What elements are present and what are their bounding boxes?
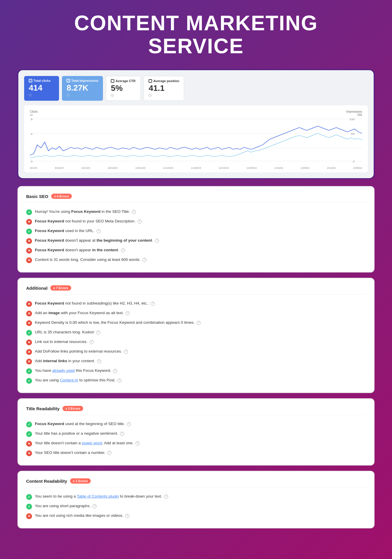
title-readability-header: Title Readability x 2 Errors bbox=[26, 406, 366, 415]
error-icon: ✕ bbox=[26, 359, 32, 365]
additional-item-4: ✓ URL is 35 characters long. Kudos! ? bbox=[26, 328, 366, 337]
additional-item-6: ✕ Add DoFollow links pointing to externa… bbox=[26, 347, 366, 357]
content-readability-item-3: ✕ You are not using rich media like imag… bbox=[26, 511, 366, 521]
basic-seo-title: Basic SEO bbox=[26, 194, 48, 199]
success-icon: ✓ bbox=[26, 422, 32, 427]
basic-seo-item-5: ✕ Focus Keyword doesn't appear in the co… bbox=[26, 246, 366, 255]
error-icon: ✕ bbox=[26, 450, 32, 456]
help-icon[interactable]: ? bbox=[151, 302, 155, 306]
error-icon: ✕ bbox=[26, 248, 32, 254]
help-icon[interactable]: ? bbox=[155, 239, 159, 243]
metric-value-clicks: 414 bbox=[29, 84, 54, 93]
content-ai-link[interactable]: Content AI bbox=[60, 378, 78, 382]
error-icon: ✕ bbox=[26, 257, 32, 263]
success-icon: ✓ bbox=[26, 431, 32, 437]
basic-seo-item-4: ✕ Focus Keyword doesn't appear at the be… bbox=[26, 236, 366, 246]
metric-total-impressions[interactable]: ✓ Total Impressions 8.27K ⓘ bbox=[62, 76, 103, 101]
additional-seo-card: Additional x 7 Errors ✕ Focus Keyword no… bbox=[17, 278, 375, 393]
additional-item-8: ✓ You have already used this Focus Keywo… bbox=[26, 366, 366, 376]
basic-seo-error-badge: x 4 Errors bbox=[51, 194, 72, 199]
additional-item-7: ✕ Add internal links in your content. ? bbox=[26, 357, 366, 366]
additional-item-9: ✓ You are using Content AI to optimise t… bbox=[26, 376, 366, 385]
help-icon[interactable]: ? bbox=[121, 248, 125, 252]
title-readability-item-3: ✕ Your title doesn't contain a power wor… bbox=[26, 439, 366, 448]
toc-plugin-link[interactable]: Table of Contents plugin bbox=[77, 494, 119, 498]
error-icon: ✕ bbox=[26, 349, 32, 355]
chart-svg: 8 4 0 100 50 0 bbox=[30, 113, 362, 165]
help-icon[interactable]: ? bbox=[197, 321, 201, 325]
checkbox-icon-ctr bbox=[111, 79, 114, 83]
basic-seo-card: Basic SEO x 4 Errors ✓ Hurray! You're us… bbox=[17, 186, 375, 273]
additional-seo-title: Additional bbox=[26, 286, 47, 291]
help-icon[interactable]: ? bbox=[126, 311, 130, 315]
help-icon[interactable]: ? bbox=[127, 422, 131, 426]
help-icon[interactable]: ? bbox=[120, 432, 124, 436]
success-icon: ✓ bbox=[26, 330, 32, 336]
help-icon[interactable]: ? bbox=[92, 504, 97, 508]
error-icon: ✕ bbox=[26, 219, 32, 225]
page-wrapper: CONTENT MARKETING SERVICE ✓ Total clicks… bbox=[0, 0, 392, 551]
svg-text:0: 0 bbox=[353, 160, 355, 163]
chart-x-labels: 9/1/23 9/16/23 10/1/23 10/16/23 10/31/23… bbox=[30, 165, 362, 169]
title-readability-error-badge: x 2 Errors bbox=[63, 406, 83, 411]
success-icon: ✓ bbox=[26, 494, 32, 500]
help-icon[interactable]: ? bbox=[96, 330, 100, 335]
title-readability-title: Title Readability bbox=[26, 406, 60, 411]
already-used-link[interactable]: already used bbox=[52, 368, 75, 373]
basic-seo-item-2: ✕ Focus Keyword not found in your SEO Me… bbox=[26, 217, 366, 227]
svg-text:50: 50 bbox=[351, 132, 355, 135]
basic-seo-item-1: ✓ Hurray! You're using Focus Keyword in … bbox=[26, 207, 366, 217]
metric-average-ctr[interactable]: Average CTR 5% ⓘ bbox=[106, 76, 141, 101]
metric-value-ctr: 5% bbox=[111, 84, 136, 93]
help-icon[interactable]: ? bbox=[164, 495, 168, 499]
error-icon: ✕ bbox=[26, 441, 32, 447]
title-readability-item-1: ✓ Focus Keyword used at the beginning of… bbox=[26, 420, 366, 429]
additional-seo-error-badge: x 7 Errors bbox=[50, 285, 71, 291]
additional-seo-header: Additional x 7 Errors bbox=[26, 285, 366, 294]
svg-text:100: 100 bbox=[349, 118, 355, 121]
chart-left-label: Clicks12 bbox=[30, 110, 38, 116]
error-icon: ✕ bbox=[26, 513, 32, 519]
help-icon[interactable]: ? bbox=[107, 451, 111, 455]
help-icon[interactable]: ? bbox=[142, 258, 147, 262]
basic-seo-item-3: ✓ Focus Keyword used in the URL. ? bbox=[26, 227, 366, 236]
help-icon[interactable]: ? bbox=[138, 220, 142, 224]
checkbox-icon-position bbox=[149, 79, 152, 83]
help-icon[interactable]: ? bbox=[97, 359, 101, 363]
success-icon: ✓ bbox=[26, 368, 32, 374]
metric-value-position: 41.1 bbox=[149, 84, 179, 93]
help-icon[interactable]: ? bbox=[136, 441, 140, 445]
error-icon: ✕ bbox=[26, 320, 32, 326]
content-readability-card: Content Readability x 1 Errors ✓ You see… bbox=[17, 471, 375, 528]
help-icon[interactable]: ? bbox=[132, 210, 136, 214]
checkbox-icon: ✓ bbox=[29, 79, 32, 82]
error-icon: ✕ bbox=[26, 311, 32, 316]
analytics-card: ✓ Total clicks 414 ⓘ ✓ Total Impressions… bbox=[17, 69, 375, 179]
svg-text:4: 4 bbox=[31, 132, 33, 135]
additional-item-5: ✕ Link out to external resources. ? bbox=[26, 337, 366, 347]
title-readability-item-2: ✓ Your title has a positive or a negativ… bbox=[26, 429, 366, 439]
metric-total-clicks[interactable]: ✓ Total clicks 414 ⓘ bbox=[24, 76, 59, 101]
power-word-link[interactable]: power word bbox=[82, 441, 102, 445]
success-icon: ✓ bbox=[26, 229, 32, 234]
help-icon[interactable]: ? bbox=[124, 350, 128, 354]
help-icon[interactable]: ? bbox=[117, 378, 122, 383]
page-title: CONTENT MARKETING SERVICE bbox=[17, 12, 375, 58]
title-readability-item-4: ✕ Your SEO title doesn't contain a numbe… bbox=[26, 448, 366, 458]
error-icon: ✕ bbox=[26, 339, 32, 345]
chart-right-label: Impressions150 bbox=[346, 110, 362, 116]
help-icon[interactable]: ? bbox=[90, 340, 94, 344]
help-icon[interactable]: ? bbox=[97, 229, 101, 233]
content-readability-item-1: ✓ You seem to be using a Table of Conten… bbox=[26, 492, 366, 502]
additional-item-2: ✕ Add an image with your Focus Keyword a… bbox=[26, 309, 366, 318]
metric-average-position[interactable]: Average position 41.1 ⓘ bbox=[144, 76, 184, 101]
svg-text:8: 8 bbox=[31, 118, 33, 121]
title-readability-card: Title Readability x 2 Errors ✓ Focus Key… bbox=[17, 398, 375, 466]
additional-item-3: ✕ Keyword Density is 0.00 which is low, … bbox=[26, 318, 366, 328]
help-icon[interactable]: ? bbox=[125, 514, 129, 518]
content-readability-header: Content Readability x 1 Errors bbox=[26, 478, 366, 487]
help-icon[interactable]: ? bbox=[113, 369, 117, 373]
metrics-row: ✓ Total clicks 414 ⓘ ✓ Total Impressions… bbox=[24, 76, 368, 101]
content-readability-error-badge: x 1 Errors bbox=[70, 478, 91, 484]
error-icon: ✕ bbox=[26, 301, 32, 307]
